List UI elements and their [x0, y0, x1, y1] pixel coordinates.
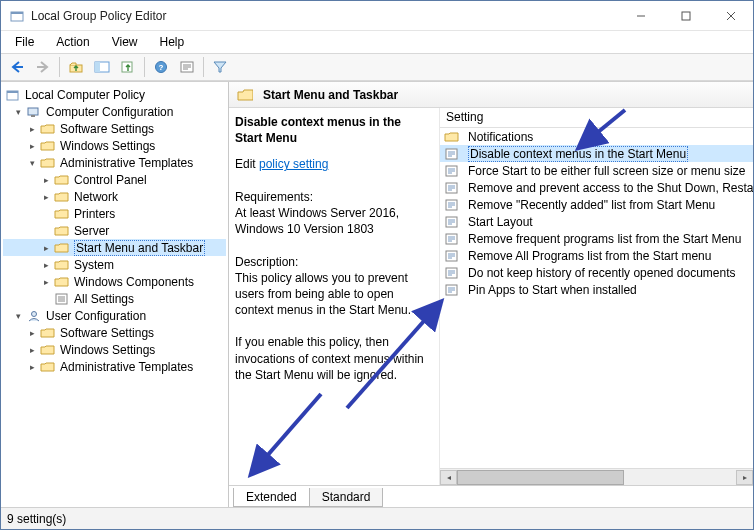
scroll-right-button[interactable]: ▸ — [736, 470, 753, 485]
folder-icon — [54, 173, 70, 187]
app-icon — [9, 8, 25, 24]
caret-right-icon[interactable]: ▸ — [27, 123, 38, 134]
user-icon — [26, 309, 42, 323]
tree-cc-at-printers[interactable]: Printers — [3, 205, 226, 222]
setting-row[interactable]: Remove and prevent access to the Shut Do… — [440, 179, 753, 196]
back-button[interactable] — [5, 56, 29, 78]
setting-label: Start Layout — [468, 215, 533, 229]
properties-button[interactable] — [175, 56, 199, 78]
policy-item-icon — [444, 232, 460, 246]
setting-label: Pin Apps to Start when installed — [468, 283, 637, 297]
tree-user-config[interactable]: ▾ User Configuration — [3, 307, 226, 324]
tree-cc-windows[interactable]: ▸ Windows Settings — [3, 137, 226, 154]
tree-root[interactable]: Local Computer Policy — [3, 86, 226, 103]
svg-rect-8 — [95, 62, 100, 72]
forward-button[interactable] — [31, 56, 55, 78]
export-button[interactable] — [116, 56, 140, 78]
help-button[interactable]: ? — [149, 56, 173, 78]
content-area: Local Computer Policy ▾ Computer Configu… — [1, 81, 753, 507]
caret-right-icon[interactable]: ▸ — [41, 276, 52, 287]
folder-icon — [54, 207, 70, 221]
tree-cc-at-network[interactable]: ▸ Network — [3, 188, 226, 205]
caret-right-icon[interactable]: ▸ — [41, 242, 52, 253]
show-hide-tree-button[interactable] — [90, 56, 114, 78]
caret-down-icon[interactable]: ▾ — [13, 310, 24, 321]
toolbar-divider — [203, 57, 204, 77]
toolbar: ? — [1, 53, 753, 81]
setting-label: Notifications — [468, 130, 533, 144]
policy-item-icon — [444, 164, 460, 178]
setting-row[interactable]: Remove "Recently added" list from Start … — [440, 196, 753, 213]
menubar: File Action View Help — [1, 31, 753, 53]
policy-item-icon — [444, 181, 460, 195]
tree-cc-admin-templates[interactable]: ▾ Administrative Templates — [3, 154, 226, 171]
setting-row[interactable]: Remove All Programs list from the Start … — [440, 247, 753, 264]
setting-label: Remove "Recently added" list from Start … — [468, 198, 715, 212]
filter-button[interactable] — [208, 56, 232, 78]
tree-cc-at-server[interactable]: Server — [3, 222, 226, 239]
setting-row[interactable]: Disable context menus in the Start Menu — [440, 145, 753, 162]
setting-row[interactable]: Pin Apps to Start when installed — [440, 281, 753, 298]
caret-right-icon[interactable]: ▸ — [41, 191, 52, 202]
tree-pane[interactable]: Local Computer Policy ▾ Computer Configu… — [1, 82, 229, 507]
setting-row[interactable]: Notifications — [440, 128, 753, 145]
tree-uc-admin-templates[interactable]: ▸ Administrative Templates — [3, 358, 226, 375]
caret-down-icon[interactable]: ▾ — [13, 106, 24, 117]
caret-right-icon[interactable]: ▸ — [27, 140, 38, 151]
description-text: This policy allows you to prevent users … — [235, 270, 431, 319]
column-header-setting[interactable]: Setting — [440, 108, 753, 128]
tree-cc-at-control-panel[interactable]: ▸ Control Panel — [3, 171, 226, 188]
tree-cc-software[interactable]: ▸ Software Settings — [3, 120, 226, 137]
setting-label: Remove frequent programs list from the S… — [468, 232, 741, 246]
window-title: Local Group Policy Editor — [31, 9, 618, 23]
folder-icon — [237, 88, 253, 102]
setting-label: Remove All Programs list from the Start … — [468, 249, 711, 263]
setting-row[interactable]: Start Layout — [440, 213, 753, 230]
right-body: Disable context menus in the Start Menu … — [229, 108, 753, 485]
caret-right-icon[interactable]: ▸ — [27, 327, 38, 338]
caret-right-icon[interactable]: ▸ — [41, 174, 52, 185]
scroll-track[interactable] — [457, 470, 736, 485]
setting-row[interactable]: Remove frequent programs list from the S… — [440, 230, 753, 247]
menu-action[interactable]: Action — [46, 33, 99, 51]
tree-uc-windows[interactable]: ▸ Windows Settings — [3, 341, 226, 358]
caret-right-icon[interactable]: ▸ — [27, 344, 38, 355]
toolbar-divider — [144, 57, 145, 77]
scroll-left-button[interactable]: ◂ — [440, 470, 457, 485]
horizontal-scrollbar[interactable]: ◂ ▸ — [440, 468, 753, 485]
tree-computer-config[interactable]: ▾ Computer Configuration — [3, 103, 226, 120]
close-button[interactable] — [708, 1, 753, 30]
caret-right-icon[interactable]: ▸ — [41, 259, 52, 270]
window-controls — [618, 1, 753, 30]
edit-policy-link[interactable]: policy setting — [259, 157, 328, 171]
tree-uc-software[interactable]: ▸ Software Settings — [3, 324, 226, 341]
settings-rows[interactable]: NotificationsDisable context menus in th… — [440, 128, 753, 468]
policy-item-icon — [444, 266, 460, 280]
tab-extended[interactable]: Extended — [233, 488, 310, 507]
setting-row[interactable]: Force Start to be either full screen siz… — [440, 162, 753, 179]
caret-right-icon[interactable]: ▸ — [27, 361, 38, 372]
setting-row[interactable]: Do not keep history of recently opened d… — [440, 264, 753, 281]
description-text-2: If you enable this policy, then invocati… — [235, 334, 431, 383]
tab-standard[interactable]: Standard — [309, 488, 384, 507]
folder-icon — [40, 360, 56, 374]
caret-down-icon[interactable]: ▾ — [27, 157, 38, 168]
tree-cc-at-all-settings[interactable]: All Settings — [3, 290, 226, 307]
tree-cc-at-windows-components[interactable]: ▸ Windows Components — [3, 273, 226, 290]
policy-item-icon — [444, 198, 460, 212]
menu-help[interactable]: Help — [150, 33, 195, 51]
status-text: 9 setting(s) — [7, 512, 66, 526]
statusbar: 9 setting(s) — [1, 507, 753, 529]
tree-cc-at-system[interactable]: ▸ System — [3, 256, 226, 273]
menu-file[interactable]: File — [5, 33, 44, 51]
up-button[interactable] — [64, 56, 88, 78]
folder-icon — [40, 343, 56, 357]
folder-icon — [40, 156, 56, 170]
scroll-thumb[interactable] — [457, 470, 624, 485]
menu-view[interactable]: View — [102, 33, 148, 51]
maximize-button[interactable] — [663, 1, 708, 30]
policy-item-icon — [444, 215, 460, 229]
minimize-button[interactable] — [618, 1, 663, 30]
folder-icon — [54, 224, 70, 238]
tree-cc-at-start-menu[interactable]: ▸ Start Menu and Taskbar — [3, 239, 226, 256]
